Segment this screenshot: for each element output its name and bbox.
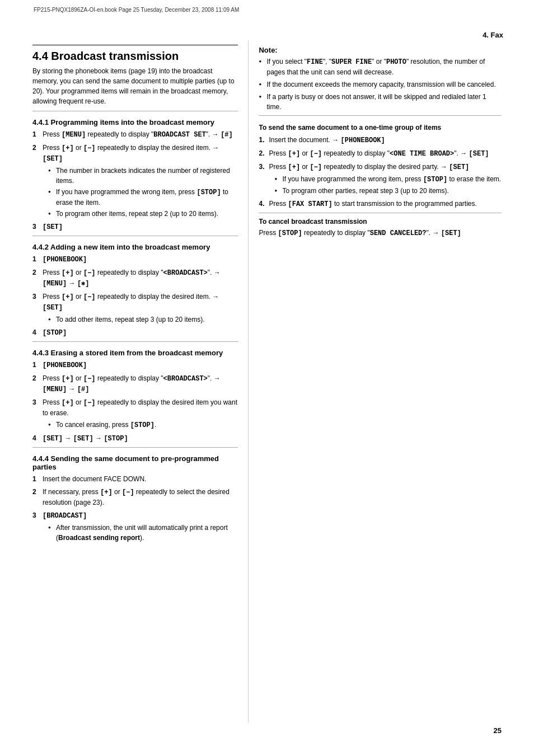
intro-text: By storing the phonebook items (page 19)…: [32, 66, 238, 106]
one-time-title: To send the same document to a one-time …: [259, 124, 502, 132]
step-ot-1: 1. Insert the document. → [PHONEBOOK]: [259, 135, 502, 145]
step-4.4.2-2: 2 Press [+] or [−] repeatedly to display…: [32, 267, 238, 289]
step-4.4.3-4: 4 [SET] → [SET] → [STOP]: [32, 433, 238, 444]
subsection-title-4.4.4: 4.4.4 Sending the same document to pre-p…: [32, 454, 238, 471]
top-divider: [32, 45, 238, 45]
subsection-title-4.4.1: 4.4.1 Programming items into the broadca…: [32, 118, 238, 126]
step-ot-4: 4. Press [FAX START] to start transmissi…: [259, 199, 502, 209]
file-info: FP215-PNQX1896ZA-OI-en.book Page 25 Tues…: [34, 7, 500, 13]
cancel-broadcast-title: To cancel broadcast transmission: [259, 218, 502, 226]
bullets-4.4.2-3: To add other items, repeat step 3 (up to…: [48, 314, 238, 325]
bullets-ot-3: If you have programmed the wrong item, p…: [274, 174, 502, 196]
step-4.4.4-3: 3 [BROADCAST] After transmission, the un…: [32, 510, 238, 543]
bullets-4.4.3-3: To cancel erasing, press [STOP].: [48, 420, 238, 430]
step-4.4.2-4: 4 [STOP]: [32, 327, 238, 338]
step-4.4.1-1: 1 Press [MENU] repeatedly to display "BR…: [32, 129, 238, 140]
bullet-item: After transmission, the unit will automa…: [48, 523, 238, 543]
divider-4.4.3: [32, 341, 238, 342]
cancel-broadcast-text: Press [STOP] repeatedly to display "SEND…: [259, 228, 502, 238]
divider-4.4.1: [32, 111, 238, 111]
bullet-item: If you have programmed the wrong item, p…: [48, 187, 238, 208]
divider-cancel: [259, 213, 502, 213]
note-bullets: If you select "FINE", "SUPER FINE" or "P…: [259, 57, 502, 112]
bullets-4.4.4-3: After transmission, the unit will automa…: [48, 523, 238, 543]
step-4.4.3-2: 2 Press [+] or [−] repeatedly to display…: [32, 373, 238, 395]
bullet-item: To add other items, repeat step 3 (up to…: [48, 314, 238, 325]
step-4.4.1-3: 3 [SET]: [32, 222, 238, 232]
divider-4.4.2: [32, 236, 238, 236]
step-4.4.1-2: 2 Press [+] or [−] repeatedly to display…: [32, 143, 238, 219]
subsection-title-4.4.2: 4.4.2 Adding a new item into the broadca…: [32, 243, 238, 251]
step-ot-3: 3. Press [+] or [−] repeatedly to displa…: [259, 162, 502, 196]
steps-4.4.4: 1 Insert the document FACE DOWN. 2 If ne…: [32, 474, 238, 543]
note-title: Note:: [259, 46, 502, 54]
bullet-item: To cancel erasing, press [STOP].: [48, 420, 238, 430]
step-4.4.3-3: 3 Press [+] or [−] repeatedly to display…: [32, 397, 238, 430]
divider-4.4.4: [32, 447, 238, 448]
bullet-item: If you have programmed the wrong item, p…: [274, 174, 502, 185]
steps-4.4.1: 1 Press [MENU] repeatedly to display "BR…: [32, 129, 238, 232]
subsection-title-4.4.3: 4.4.3 Erasing a stored item from the bro…: [32, 349, 238, 357]
step-4.4.2-1: 1 [PHONEBOOK]: [32, 254, 238, 265]
bullet-item: To program other parties, repeat step 3 …: [274, 186, 502, 196]
right-column: Note: If you select "FINE", "SUPER FINE"…: [248, 40, 502, 722]
step-4.4.4-2: 2 If necessary, press [+] or [−] repeate…: [32, 487, 238, 508]
note-bullet-1: If you select "FINE", "SUPER FINE" or "P…: [259, 57, 502, 77]
bullets-4.4.1-2: The number in brackets indicates the num…: [48, 166, 238, 219]
note-section: Note: If you select "FINE", "SUPER FINE"…: [259, 46, 502, 112]
steps-4.4.2: 1 [PHONEBOOK] 2 Press [+] or [−] repeate…: [32, 254, 238, 338]
steps-one-time: 1. Insert the document. → [PHONEBOOK] 2.…: [259, 135, 502, 209]
divider-one-time: [259, 115, 502, 116]
page-number: 25: [494, 726, 502, 735]
bullet-item: To program other items, repeat step 2 (u…: [48, 209, 238, 219]
section-main-title: 4.4 Broadcast transmission: [32, 50, 238, 63]
step-4.4.2-3: 3 Press [+] or [−] repeatedly to display…: [32, 292, 238, 325]
file-info-text: FP215-PNQX1896ZA-OI-en.book Page 25 Tues…: [34, 7, 239, 13]
note-bullet-2: If the document exceeds the memory capac…: [259, 79, 502, 90]
chapter-heading: 4. Fax: [483, 31, 503, 39]
step-4.4.3-1: 1 [PHONEBOOK]: [32, 360, 238, 370]
main-content: 4.4 Broadcast transmission By storing th…: [32, 40, 502, 722]
bullet-item: The number in brackets indicates the num…: [48, 166, 238, 186]
steps-4.4.3: 1 [PHONEBOOK] 2 Press [+] or [−] repeate…: [32, 360, 238, 444]
note-bullet-3: If a party is busy or does not answer, i…: [259, 92, 502, 112]
step-4.4.4-1: 1 Insert the document FACE DOWN.: [32, 474, 238, 484]
step-ot-2: 2. Press [+] or [−] repeatedly to displa…: [259, 148, 502, 159]
left-column: 4.4 Broadcast transmission By storing th…: [32, 40, 248, 722]
